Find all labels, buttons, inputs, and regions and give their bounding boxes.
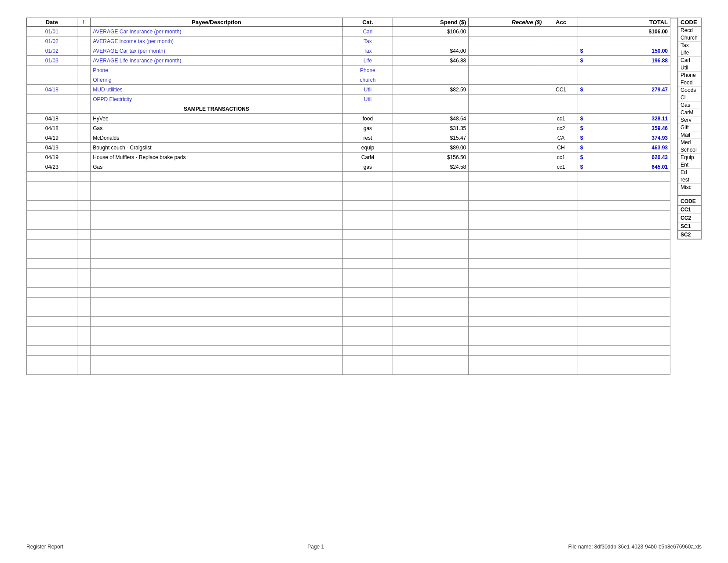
code-bottom-item: SC2 [678,231,701,239]
cell-payee: HyVee [91,114,342,123]
cell-total: $620.43 [578,153,670,162]
cell-acc [544,307,578,317]
table-row: 04/18HyVeefood$48.64cc1$328.11 [27,114,670,123]
cell-receive [469,36,544,46]
code-items: RecdChurchTaxLifeCarlUtilPhoneFoodGoodsC… [678,27,701,191]
cell-acc [544,249,578,259]
table-row [27,201,670,211]
cell-flag [77,123,91,133]
code-bottom-item: CODE [678,197,701,206]
cell-total [578,278,670,288]
cell-receive [469,307,544,317]
code-item: Cl [678,94,701,102]
table-row: SAMPLE TRANSACTIONS [27,104,670,114]
code-bottom-item: CC1 [678,206,701,214]
footer-center: Page 1 [307,544,324,550]
cell-payee [91,259,342,269]
cell-receive [469,346,544,356]
code-bottom-item: SC1 [678,222,701,231]
cell-date [27,317,77,327]
cell-total: $328.11 [578,114,670,123]
code-item: Med [678,139,701,146]
cell-total: $374.93 [578,133,670,143]
cell-receive [469,104,544,114]
cell-flag [77,278,91,288]
cell-cat: CarM [342,153,393,162]
cell-flag [77,298,91,307]
code-item: Gift [678,124,701,131]
cell-receive [469,153,544,162]
cell-total [578,211,670,220]
cell-payee: Bought couch - Craigslist [91,143,342,153]
cell-date [27,249,77,259]
table-row [27,365,670,375]
cell-date [27,327,77,336]
cell-total [578,269,670,278]
cell-cat [342,346,393,356]
cell-payee [91,307,342,317]
table-row: OPPD ElectricityUtil [27,94,670,104]
cell-total [578,172,670,182]
cell-date [27,336,77,346]
cell-total [578,182,670,191]
cell-date [27,278,77,288]
cell-flag [77,56,91,65]
cell-payee [91,249,342,259]
cell-flag [77,162,91,172]
cell-flag [77,365,91,375]
cell-payee: Gas [91,162,342,172]
code-item: Gas [678,102,701,109]
table-row: 04/23Gasgas$24.58cc1$645.01 [27,162,670,172]
cell-receive [469,317,544,327]
cell-receive [469,123,544,133]
cell-acc [544,27,578,36]
cell-date [27,201,77,211]
cell-date: 04/19 [27,133,77,143]
cell-spend [393,356,469,365]
cell-total [578,356,670,365]
code-item: Misc [678,184,701,191]
cell-acc [544,278,578,288]
cell-total: $196.88 [578,56,670,65]
cell-flag [77,211,91,220]
cell-cat [342,220,393,230]
cell-date [27,259,77,269]
cell-total: $463.93 [578,143,670,153]
cell-total: $645.01 [578,162,670,172]
cell-spend: $46.88 [393,56,469,65]
table-row [27,172,670,182]
cell-date [27,365,77,375]
cell-date [27,356,77,365]
cell-spend [393,269,469,278]
cell-spend [393,230,469,240]
table-row: 04/18MUD utilitiesUtil$82.59CC1$279.47 [27,85,670,94]
cell-acc [544,317,578,327]
code-bottom: CODECC1CC2SC1SC2 [678,197,701,239]
cell-cat: Tax [342,36,393,46]
cell-acc [544,288,578,298]
cell-cat: gas [342,123,393,133]
table-row: 04/19Bought couch - Craigslistequip$89.0… [27,143,670,153]
cell-receive [469,85,544,94]
table-row [27,240,670,249]
cell-payee [91,336,342,346]
table-row: 04/19House of Mufflers - Replace brake p… [27,153,670,162]
cell-acc [544,346,578,356]
cell-flag [77,94,91,104]
cell-receive [469,356,544,365]
cell-acc: CH [544,143,578,153]
cell-cat [342,249,393,259]
cell-total [578,36,670,46]
cell-payee [91,346,342,356]
code-item: Util [678,64,701,72]
cell-cat: equip [342,143,393,153]
table-row [27,278,670,288]
cell-total [578,317,670,327]
code-item: CarM [678,109,701,116]
cell-total [578,75,670,85]
cell-total [578,220,670,230]
cell-date: 04/19 [27,153,77,162]
cell-receive [469,94,544,104]
cell-flag [77,240,91,249]
table-row [27,307,670,317]
